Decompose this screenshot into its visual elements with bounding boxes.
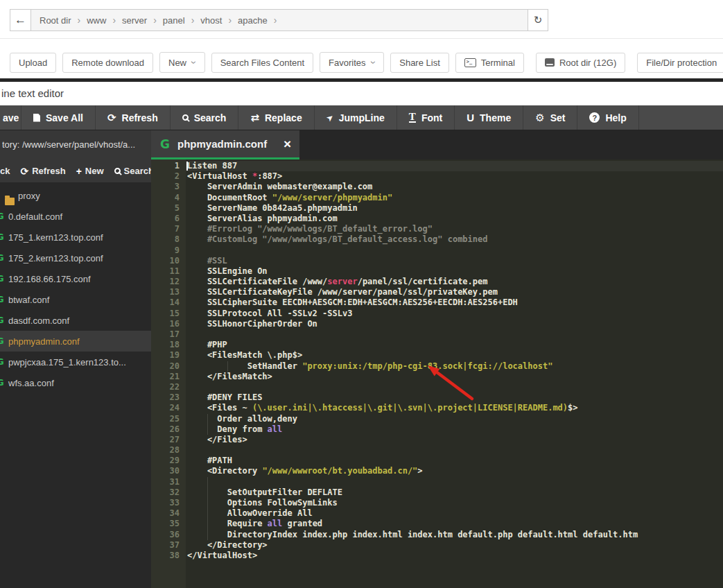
action-label: Refresh [32, 166, 65, 176]
code-line: Listen 887 [187, 161, 723, 171]
toolbar-item-label: Theme [480, 112, 511, 123]
code-line: SSLEngine On [187, 266, 723, 277]
editor-toolbar-set[interactable]: ⚙Set [523, 105, 577, 130]
share-list-button[interactable]: Share List [390, 53, 449, 73]
conf-file-icon: G [0, 253, 4, 263]
breadcrumb-item[interactable]: apache [238, 15, 268, 26]
toolbar-item-label: Search [194, 112, 227, 123]
chevron-right-icon: › [228, 15, 232, 26]
editor-toolbar-refresh[interactable]: ⟳Refresh [96, 105, 171, 130]
file-list-item[interactable]: G175_1.kern123.top.conf [0, 227, 151, 248]
breadcrumb-item[interactable]: vhost [200, 15, 222, 26]
line-number: 38 [151, 551, 186, 561]
line-number: 33 [151, 498, 186, 508]
line-number: 12 [151, 277, 186, 287]
search-files-content-button[interactable]: Search Files Content [211, 53, 313, 73]
code-line [187, 382, 723, 392]
breadcrumb-refresh-button[interactable]: ↻ [528, 9, 548, 31]
line-number: 17 [151, 329, 186, 340]
favorites-button[interactable]: Favorites› [320, 52, 384, 73]
line-number: 35 [151, 519, 186, 529]
editor-toolbar-save-all[interactable]: Save All [21, 105, 96, 130]
terminal-button[interactable]: Terminal [455, 53, 524, 73]
breadcrumb-item[interactable]: Root dir [40, 15, 71, 26]
file-list-item[interactable]: Gpwpjcxaa.175_1.kern123.to... [0, 352, 151, 372]
button-label: New [168, 58, 186, 68]
file-list-item[interactable]: Gdasdf.com.conf [0, 310, 151, 331]
breadcrumb-item[interactable]: www [87, 15, 106, 26]
file-list-item[interactable]: G175_2.kern123.top.conf [0, 248, 151, 268]
code-line: <FilesMatch \.php$> [187, 350, 723, 361]
line-number: 16 [151, 319, 186, 329]
file-list-item[interactable]: G192.168.66.175.conf [0, 268, 151, 289]
line-number: 14 [151, 297, 186, 308]
file-name: 192.168.66.175.conf [8, 274, 91, 284]
new-button[interactable]: New› [159, 52, 205, 73]
gear-icon: ⚙ [535, 112, 544, 124]
file-dir-protection-button[interactable]: File/Dir protection [637, 53, 723, 73]
code-line: #ErrorLog "/www/wwwlogs/BT_default_error… [187, 224, 723, 234]
gutter: 1234567891011121314151617181920212223242… [151, 159, 186, 588]
code-line: </FilesMatch> [187, 372, 723, 382]
back-button[interactable]: ← [10, 9, 31, 31]
line-number: 5 [151, 203, 186, 214]
sidebar-action-new[interactable]: +New [76, 166, 104, 177]
editor-toolbar-ave[interactable]: ave [0, 105, 21, 130]
line-number: 4 [151, 193, 186, 203]
line-number: 9 [151, 245, 186, 256]
code-line [187, 329, 723, 340]
line-number: 23 [151, 392, 186, 403]
root-dir-12g--button[interactable]: Root dir (12G) [536, 53, 625, 73]
breadcrumb-item[interactable]: panel [163, 15, 185, 26]
remote-download-button[interactable]: Remote download [62, 53, 153, 73]
tab-close-icon[interactable]: × [284, 139, 291, 150]
editor-toolbar-font[interactable]: TFont [397, 105, 455, 130]
button-label: Terminal [481, 58, 515, 68]
sidebar-action-search[interactable]: Search [114, 166, 154, 176]
refresh-icon: ⟳ [107, 112, 116, 124]
replace-icon: ⇄ [250, 112, 259, 124]
code-line: DocumentRoot "/www/server/phpmyadmin" [187, 193, 723, 203]
line-number: 28 [151, 445, 186, 456]
chevron-right-icon: › [191, 15, 195, 26]
code-line: SetHandler "proxy:unix:/tmp/php-cgi-83.s… [187, 361, 723, 372]
toolbar-item-label: Refresh [122, 112, 158, 123]
indent-guide [207, 477, 208, 540]
chevron-right-icon: › [274, 15, 277, 26]
code-line: SSLCertificateKeyFile /www/server/panel/… [187, 287, 723, 297]
file-list-item[interactable]: proxy [0, 185, 151, 206]
sidebar-action-refresh[interactable]: ⟳Refresh [20, 166, 65, 177]
breadcrumb-item[interactable]: server [122, 15, 147, 26]
tab-phpmyadmin[interactable]: G phpmyadmin.conf × [151, 130, 299, 159]
editor-toolbar-search[interactable]: Search [171, 105, 239, 130]
line-number: 3 [151, 182, 186, 192]
action-label: ck [0, 166, 10, 176]
code-line: SSLCipherSuite EECDH+AESGCM:EDH+AESGCM:A… [187, 297, 723, 308]
conf-file-icon: G [0, 211, 4, 221]
editor-toolbar-help[interactable]: ?Help [577, 105, 638, 130]
sidebar-action-ck[interactable]: ck [0, 166, 10, 176]
file-toolbar: UploadRemote downloadNew›Search Files Co… [0, 40, 723, 78]
code-line: Require all granted [187, 519, 723, 529]
line-number: 19 [151, 350, 186, 361]
conf-file-icon: G [0, 232, 4, 242]
button-label: Remote download [71, 58, 144, 68]
action-label: New [85, 166, 104, 176]
editor-toolbar-jumpline[interactable]: ➤JumpLine [315, 105, 397, 130]
indent-guide [207, 414, 208, 435]
toolbar-item-label: Font [421, 112, 442, 123]
file-list-item[interactable]: Gbtwaf.conf [0, 289, 151, 310]
editor-toolbar-replace[interactable]: ⇄Replace [238, 105, 314, 130]
file-list-item[interactable]: Gphpmyadmin.conf [0, 331, 151, 352]
file-list-item[interactable]: G0.default.conf [0, 206, 151, 227]
code-line: DirectoryIndex index.php index.html inde… [187, 530, 723, 540]
file-list-item[interactable]: Gwfs.aa.conf [0, 372, 151, 393]
line-number: 1 [151, 161, 186, 171]
file-name: phpmyadmin.conf [8, 336, 80, 347]
code-line [187, 477, 723, 487]
editor-toolbar-theme[interactable]: UTheme [455, 105, 523, 130]
code-line: </Directory> [187, 540, 723, 551]
terminal-icon [464, 58, 476, 67]
upload-button[interactable]: Upload [10, 53, 56, 73]
code-editor[interactable]: 1234567891011121314151617181920212223242… [151, 159, 723, 588]
